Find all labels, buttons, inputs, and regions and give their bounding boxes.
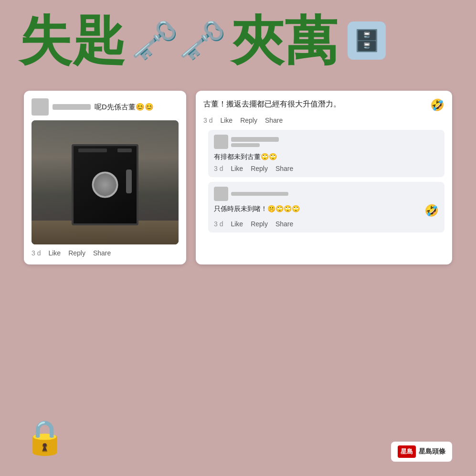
page-header: 失匙 🗝️🗝️ 夾萬 🗄️: [0, 0, 476, 76]
right-main-time: 3 d: [203, 116, 212, 124]
reply-item-1: 有排都未到古董🙄🙄 3 d Like Reply Share: [208, 130, 444, 177]
left-reply-btn[interactable]: Reply: [68, 249, 85, 257]
reply-1-time: 3 d: [214, 165, 223, 172]
brand-logo: 星島 星島頭條: [391, 442, 452, 462]
left-username: [53, 104, 91, 110]
left-time: 3 d: [32, 249, 41, 257]
left-card: 呢D先係古董😊😊 3 d Like Reply Share: [24, 91, 186, 264]
lock-emoji: 🔒: [24, 419, 65, 456]
safe-icon-header: 🗄️: [348, 21, 386, 60]
reply-1-share-btn[interactable]: Share: [275, 165, 293, 172]
reply-2-like-btn[interactable]: Like: [231, 220, 243, 228]
title-right: 夾萬: [231, 14, 338, 67]
safe-image: [32, 120, 179, 244]
reply-2-name: [231, 192, 288, 196]
right-main-like-btn[interactable]: Like: [220, 116, 233, 124]
reply-1-header: [214, 135, 439, 149]
reply-2-avatar: [214, 187, 228, 201]
right-card: 🤣 古董！搬返去擺都已經有很大升值潛力。 3 d Like Reply Shar…: [196, 91, 452, 264]
reply-2-text: 只係時辰未到啫！🤫🙄🙄🙄: [214, 204, 439, 214]
right-main-share-btn[interactable]: Share: [265, 116, 283, 124]
reply-1-reply-btn[interactable]: Reply: [251, 165, 268, 172]
brand-name: 星島頭條: [419, 447, 445, 456]
main-comment-block: 🤣 古董！搬返去擺都已經有很大升值潛力。: [203, 98, 444, 113]
left-comment-text: 呢D先係古董😊😊: [95, 103, 154, 112]
left-avatar: [32, 98, 49, 116]
right-main-reply-btn[interactable]: Reply: [240, 116, 257, 124]
reply-2-emoji: 🤣: [424, 204, 439, 217]
reply-1-name: [231, 137, 279, 142]
content-area: 呢D先係古董😊😊 3 d Like Reply Share: [0, 81, 476, 274]
brand-icon: 星島: [398, 445, 416, 458]
safe-icon-emoji: 🗄️: [354, 28, 380, 53]
bottom-lock-icon: 🔒: [24, 418, 65, 457]
title-left: 失匙: [19, 14, 126, 67]
left-action-bar: 3 d Like Reply Share: [32, 249, 179, 257]
left-share-btn[interactable]: Share: [93, 249, 111, 257]
reply-2-action-bar: 3 d Like Reply Share: [214, 220, 439, 228]
reply-1-avatar: [214, 135, 228, 149]
right-action-bar-main: 3 d Like Reply Share: [203, 116, 444, 124]
reply-2-reply-btn[interactable]: Reply: [251, 220, 268, 228]
reply-item-2: 🤣 只係時辰未到啫！🤫🙄🙄🙄 3 d Like Reply Share: [208, 182, 444, 233]
reply-2-header: [214, 187, 439, 201]
reply-2-share-btn[interactable]: Share: [275, 220, 293, 228]
keys-emoji: 🗝️🗝️: [131, 21, 226, 60]
main-emoji: 🤣: [430, 98, 444, 112]
reply-1-name-2: [231, 143, 260, 147]
main-comment-text: 古董！搬返去擺都已經有很大升值潛力。: [203, 98, 444, 110]
reply-1-like-btn[interactable]: Like: [231, 165, 243, 172]
left-like-btn[interactable]: Like: [48, 249, 61, 257]
reply-section: 有排都未到古董🙄🙄 3 d Like Reply Share 🤣: [203, 130, 444, 233]
reply-1-text: 有排都未到古董🙄🙄: [214, 152, 439, 162]
left-comment-header: 呢D先係古董😊😊: [32, 98, 179, 116]
reply-1-action-bar: 3 d Like Reply Share: [214, 165, 439, 172]
reply-2-content: 🤣 只係時辰未到啫！🤫🙄🙄🙄: [214, 204, 439, 217]
reply-2-time: 3 d: [214, 220, 223, 228]
